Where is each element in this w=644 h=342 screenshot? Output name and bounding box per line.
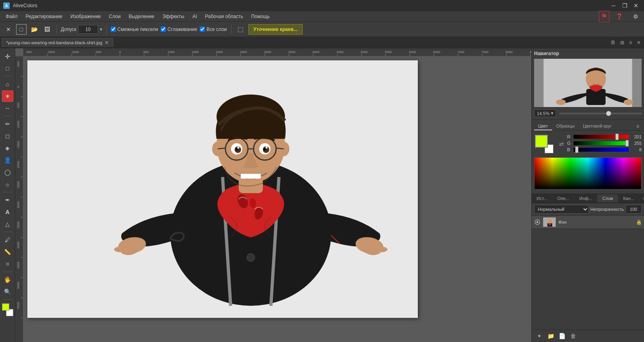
tolerance-arrow[interactable]: ▾ [100,27,102,32]
bottom-icon-new-layer[interactable]: 📄 [557,332,566,340]
tool-pen[interactable]: ✒ [2,194,13,206]
layers-tab-layers[interactable]: Слои [597,194,618,202]
layer-item-background[interactable]: Фон 🔒 [532,216,644,229]
svg-text:5500: 5500 [385,50,392,54]
layers-tab-channels[interactable]: Кан... [618,194,640,202]
color-panel-menu[interactable]: ≡ [634,122,642,130]
channel-r-slider[interactable] [574,135,629,139]
menu-file[interactable]: Файл [2,12,22,21]
left-toolbar: ✛ □ ⌂ ✶ ↔ ✏ ◻ ◈ 👤 ◯ ☼ ✒ A △ 🖊 📏 ⌗ 🖐 🔍 [0,48,15,342]
tool-fill[interactable]: ◈ [2,142,13,154]
all-layers-check[interactable]: Все слои [200,27,227,32]
marquee-btn[interactable]: ⬚ [235,24,246,35]
zoom-slider[interactable] [559,113,642,114]
fg-bg-color-selector[interactable] [2,303,13,316]
tool-eraser[interactable]: ◻ [2,130,13,142]
connected-pixels-check[interactable]: Смежные пиксели [111,27,158,32]
tool-open[interactable]: 📂 [29,24,39,35]
canvas-image[interactable] [27,60,418,318]
layers-tab-history[interactable]: Ист... [532,194,552,202]
toolbar-icon-2[interactable]: ❓ [612,12,627,21]
close-button[interactable]: ✕ [631,2,641,9]
tool-transform[interactable]: ↔ [2,103,13,114]
tool-crosshair[interactable]: ✕ [3,24,14,35]
color-tab-color[interactable]: Цвет [534,122,552,130]
menu-help[interactable]: Помощь [247,12,274,21]
layers-tab-ops[interactable]: Опе... [552,194,574,202]
layer-visibility-toggle[interactable] [534,219,541,225]
tab-close-all[interactable]: ✕ [635,39,642,46]
canvas[interactable] [27,60,418,318]
swap-colors-arrow[interactable]: ⇄ [559,141,564,147]
tool-zoom[interactable]: 🔍 [2,286,13,297]
menu-edit[interactable]: Редактирование [22,12,66,21]
layers-panel-menu[interactable]: ≡ [640,194,644,203]
menu-effects[interactable]: Эффекты [158,12,188,21]
canvas-area[interactable]: -500 -1500 -1000 -500 0 500 1000 1500 [15,48,531,342]
foreground-color-swatch[interactable] [2,303,9,311]
tool-text[interactable]: A [2,206,13,218]
toolbar-icon-3[interactable]: ⚙ [629,12,642,21]
lt-sep-1 [3,76,12,76]
color-tab-swatches[interactable]: Образцы [552,122,579,130]
channel-r-thumb[interactable] [615,134,619,140]
svg-text:6000: 6000 [409,50,416,54]
zoom-percent-label[interactable]: 14.5% ▾ [534,109,556,117]
smooth-check[interactable]: Сглаживание [161,27,197,32]
tool-dodge[interactable]: ☼ [2,179,13,190]
navigator-preview[interactable] [534,59,642,107]
toolbar-icon-1[interactable]: ⚑ [599,11,609,22]
menu-workspace[interactable]: Рабочая область [201,12,247,21]
color-tab-wheel[interactable]: Цветовой круг [579,122,616,130]
blend-mode-select[interactable]: Нормальный [534,205,589,214]
tolerance-input[interactable]: 10 [78,25,98,34]
channel-b-slider[interactable] [574,148,629,152]
tool-magic-wand[interactable]: ✶ [2,91,13,102]
menu-layers[interactable]: Слои [105,12,125,21]
lt-sep-2 [3,116,12,116]
tool-eyedropper[interactable]: 🖊 [2,234,13,245]
foreground-color-large[interactable] [535,135,548,148]
refine-edges-button[interactable]: Уточнение краев... [248,24,303,35]
menu-ai[interactable]: AI [188,12,201,21]
tool-move[interactable]: ✛ [2,51,13,62]
bottom-icon-folder[interactable]: 📁 [546,332,555,340]
window-controls[interactable]: ─ ❐ ✕ [609,2,641,9]
tool-selection[interactable]: □ [2,63,13,74]
tab-new-icon[interactable]: 🖹 [609,39,617,46]
svg-text:5000: 5000 [17,282,20,289]
color-swatch-container[interactable] [534,134,554,154]
tab-close-button[interactable]: ✕ [105,40,109,45]
tool-brush[interactable]: ✏ [2,118,13,130]
tool-crop[interactable]: ⌗ [2,258,13,270]
tab-list-icon[interactable]: ≡ [627,39,634,46]
tool-save-thumb[interactable]: 🖼 [42,24,52,35]
svg-point-94 [237,147,239,149]
tool-shape[interactable]: △ [2,218,13,230]
tab-grid-icon[interactable]: ⊞ [619,39,626,46]
menu-image[interactable]: Изображение [66,12,105,21]
canvas-container[interactable] [23,56,531,342]
minimize-button[interactable]: ─ [609,2,618,9]
tool-ruler[interactable]: 📏 [2,246,13,258]
tool-clone[interactable]: 👤 [2,155,13,166]
zoom-dropdown-arrow[interactable]: ▾ [551,111,553,116]
menu-select[interactable]: Выделение [125,12,159,21]
tool-blur[interactable]: ◯ [2,167,13,178]
bottom-icon-star[interactable]: ✦ [535,332,544,340]
maximize-button[interactable]: ❐ [620,2,630,9]
tool-hand[interactable]: 🖐 [2,274,13,285]
svg-text:1000: 1000 [167,50,175,54]
channel-g-thumb[interactable] [625,140,629,146]
layers-tab-info[interactable]: Инф... [574,194,597,202]
opacity-input[interactable]: 100 [625,205,642,214]
channel-b-thumb[interactable] [575,146,578,153]
zoom-slider-thumb[interactable] [606,111,611,116]
layer-lock-icon[interactable]: 🔒 [636,219,642,225]
bottom-icon-delete-layer[interactable]: 🗑 [569,332,578,340]
tool-selection-rect[interactable]: □ [16,24,27,35]
channel-g-slider[interactable] [574,141,629,145]
color-gradient-picker[interactable] [534,157,642,190]
tool-lasso[interactable]: ⌂ [2,78,13,90]
tab-active[interactable]: *young-man-wearing-red-bandana-black-shi… [2,38,113,47]
